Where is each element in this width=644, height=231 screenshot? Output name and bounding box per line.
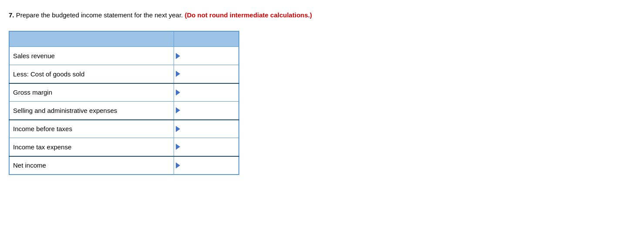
table-row-sales-revenue: Sales revenue <box>9 47 239 65</box>
arrow-icon-income-before-taxes <box>176 126 180 132</box>
table-row-income-before-taxes: Income before taxes <box>9 120 239 138</box>
label-gross-margin: Gross margin <box>9 83 174 102</box>
instruction-body: Prepare the budgeted income statement fo… <box>16 11 183 19</box>
label-income-tax-expense: Income tax expense <box>9 138 174 156</box>
header-col2 <box>174 31 239 47</box>
question-number: 7. <box>9 11 14 19</box>
label-net-income: Net income <box>9 156 174 175</box>
arrow-icon-income-tax-expense <box>176 144 180 150</box>
instruction-text: 7. Prepare the budgeted income statement… <box>9 10 635 20</box>
table-row-gross-margin: Gross margin <box>9 83 239 102</box>
value-cell-income-tax-expense[interactable] <box>174 138 239 156</box>
arrow-icon-net-income <box>176 162 180 168</box>
instruction-warning: (Do not round intermediate calculations.… <box>184 11 312 19</box>
arrow-icon-cost-of-goods-sold <box>176 71 180 77</box>
arrow-icon-selling-admin-expenses <box>176 107 180 113</box>
label-cost-of-goods-sold: Less: Cost of goods sold <box>9 65 174 83</box>
value-cell-income-before-taxes[interactable] <box>174 120 239 138</box>
value-cell-gross-margin[interactable] <box>174 83 239 102</box>
table-row-selling-admin-expenses: Selling and administrative expenses <box>9 102 239 120</box>
income-statement-table: Sales revenueLess: Cost of goods soldGro… <box>9 31 239 175</box>
label-income-before-taxes: Income before taxes <box>9 120 174 138</box>
income-statement-table-container: Sales revenueLess: Cost of goods soldGro… <box>9 31 239 175</box>
value-cell-selling-admin-expenses[interactable] <box>174 102 239 120</box>
label-selling-admin-expenses: Selling and administrative expenses <box>9 102 174 120</box>
arrow-icon-gross-margin <box>176 89 180 96</box>
header-col1 <box>9 31 174 47</box>
value-cell-cost-of-goods-sold[interactable] <box>174 65 239 83</box>
value-cell-net-income[interactable] <box>174 156 239 175</box>
table-header-row <box>9 31 239 47</box>
arrow-icon-sales-revenue <box>176 53 180 59</box>
label-sales-revenue: Sales revenue <box>9 47 174 65</box>
table-row-income-tax-expense: Income tax expense <box>9 138 239 156</box>
table-row-net-income: Net income <box>9 156 239 175</box>
value-cell-sales-revenue[interactable] <box>174 47 239 65</box>
table-row-cost-of-goods-sold: Less: Cost of goods sold <box>9 65 239 83</box>
